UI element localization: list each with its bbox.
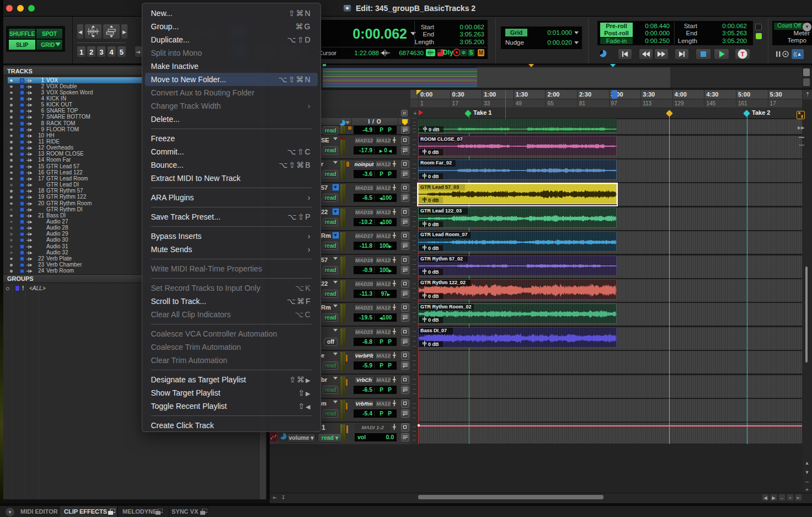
- svg-text:T: T: [741, 51, 745, 57]
